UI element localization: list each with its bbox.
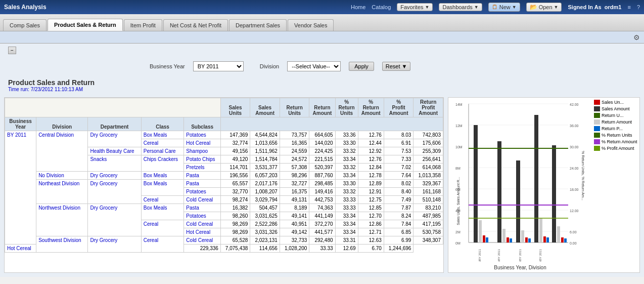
- tab-vendor-sales[interactable]: Vendor Sales: [288, 19, 334, 31]
- svg-text:6.00: 6.00: [570, 230, 577, 234]
- cell-v5: 33.33: [335, 204, 358, 212]
- svg-text:12.00: 12.00: [570, 209, 579, 213]
- nav-links: Home Catalog Favorites ▼ Dashboards ▼ 🗒 …: [351, 3, 640, 12]
- bar-central-return-units: [486, 237, 488, 242]
- cell-v4: 224,425: [309, 147, 335, 155]
- apply-button[interactable]: Apply: [349, 62, 374, 71]
- col-pct-profit: %ProfitAmount: [384, 98, 413, 117]
- cell-div-southwest: Southwest Division: [36, 236, 88, 253]
- nav-catalog[interactable]: Catalog: [372, 4, 391, 10]
- cell-v3: 8,189: [280, 204, 309, 212]
- toolbar-icon[interactable]: ⚙: [633, 33, 640, 42]
- legend-color-return-units: [594, 113, 600, 118]
- cell-v7: 8.24: [384, 212, 413, 220]
- cell-v8: 530,758: [413, 228, 443, 236]
- cell-class-boxmeals4: Box Meals: [141, 204, 184, 220]
- division-select[interactable]: --Select Value--: [287, 61, 341, 71]
- nav-favorites-btn[interactable]: Favorites ▼: [397, 3, 433, 11]
- table-row: Southwest Division Dry Grocery Cereal Co…: [5, 236, 443, 245]
- svg-text:30.00: 30.00: [570, 145, 579, 149]
- bar-ne-return-amount: [521, 230, 524, 242]
- tab-comp-sales[interactable]: Comp Sales: [3, 19, 47, 31]
- cell-v8: 1,244,696: [384, 245, 413, 253]
- bar-sw-return-amount: [557, 226, 560, 242]
- business-year-select[interactable]: BY 2011: [193, 61, 244, 71]
- cell-class-cereal1: Cereal: [141, 139, 184, 147]
- chart-title: Business Year, Division: [450, 265, 590, 270]
- cell-v5: 33.32: [335, 147, 358, 155]
- cell-v2: 2,017,176: [250, 180, 280, 188]
- cell-v6: 12.85: [358, 204, 384, 212]
- toolbar: ⚙: [0, 31, 644, 44]
- col-sales-units: SalesUnits: [220, 98, 250, 117]
- table-row: No Division Dry Grocery Box Meals Pasta …: [5, 172, 443, 180]
- cell-v1: 32,770: [220, 188, 250, 196]
- new-icon: 🗒: [492, 4, 498, 11]
- cell-v1: 114,701: [220, 164, 250, 172]
- bar-central-return-amount: [479, 220, 482, 242]
- bar-ne-sales-amount: [516, 160, 520, 242]
- signed-in-label: Signed In As ordm1: [568, 4, 621, 10]
- cell-v2: 1,511,962: [250, 147, 280, 155]
- cell-dept-dry2: Dry Grocery: [88, 172, 141, 180]
- list-icon[interactable]: ≡: [627, 4, 630, 10]
- tab-item-profit[interactable]: Item Profit: [124, 19, 162, 31]
- cell-dept-dry3: Dry Grocery: [88, 180, 141, 204]
- cell-v3: 32,727: [280, 180, 309, 188]
- col-return-profit: ReturnProfitAmount: [413, 98, 443, 117]
- legend-color-pct-profit: [594, 146, 600, 151]
- nav-open-btn[interactable]: 📂 Open ▼: [526, 3, 562, 12]
- cell-dept-dry5: Dry Grocery: [88, 236, 141, 253]
- tab-net-cost[interactable]: Net Cost & Net Profit: [163, 19, 228, 31]
- cell-v4: 1,028,200: [280, 245, 309, 253]
- nav-dashboards-btn[interactable]: Dashboards ▼: [439, 3, 482, 11]
- legend-color-sales-units: [594, 100, 600, 105]
- tab-dept-sales[interactable]: Department Sales: [229, 19, 287, 31]
- hdr-department: Department: [88, 117, 141, 131]
- bar-ne-sales-units: [525, 237, 528, 242]
- legend-pct-return-units: % Return Units: [594, 133, 637, 138]
- bar-nodiv-sales-amount: [497, 141, 501, 242]
- collapse-button[interactable]: −: [8, 47, 16, 54]
- cell-sub-pasta3: Pasta: [184, 204, 220, 212]
- hdr-division: Division: [36, 117, 88, 131]
- cell-v7: 7.87: [384, 204, 413, 212]
- cell-v5: 33.36: [335, 131, 358, 139]
- legend-label-pct-profit: % Profit Amount: [602, 146, 634, 151]
- svg-text:BY 2011: BY 2011: [539, 249, 542, 261]
- svg-text:0.00: 0.00: [570, 241, 577, 245]
- svg-text:36.00: 36.00: [570, 124, 579, 128]
- report-time: Time run: 7/23/2012 11:10:13 AM: [8, 87, 636, 92]
- cell-v5: 33.34: [335, 155, 358, 164]
- cell-v1: 98,269: [220, 228, 250, 236]
- cell-v8: 417,195: [413, 220, 443, 228]
- legend-sales-units: Sales Un...: [594, 100, 637, 105]
- cell-v2: 2,023,131: [250, 236, 280, 245]
- svg-text:% Return Units, % Return Am...: % Return Units, % Return Am...: [581, 151, 585, 200]
- cell-v2: 1,013,656: [250, 139, 280, 147]
- table-row: BY 2011 Central Division Dry Grocery Box…: [5, 131, 443, 139]
- legend-pct-return-amount: % Return Amount: [594, 139, 637, 144]
- reset-button[interactable]: Reset ▼: [382, 62, 411, 71]
- cell-v6: 12.63: [358, 236, 384, 245]
- svg-text:Northwest: Northwest: [539, 261, 542, 262]
- svg-text:18.00: 18.00: [570, 188, 579, 191]
- filters-area: Business Year BY 2011 Division --Select …: [0, 57, 644, 75]
- cell-v2: 3,531,377: [250, 164, 280, 172]
- cell-sub-coldcereal3: Cold Cereal: [184, 236, 220, 245]
- help-icon[interactable]: ?: [637, 4, 640, 10]
- tab-product-sales[interactable]: Product Sales & Return: [48, 19, 123, 31]
- legend-color-pct-return-units: [594, 133, 600, 138]
- cell-v5: 33.30: [335, 139, 358, 147]
- cell-sub-pretzels: Pretzels: [184, 164, 220, 172]
- cell-v2: 4,544,824: [250, 131, 280, 139]
- cell-v2: 3,031,625: [250, 212, 280, 220]
- nav-new-btn[interactable]: 🗒 New ▼: [488, 3, 520, 12]
- cell-sub-hotcereal3: Hot Cereal: [5, 245, 36, 253]
- cell-v1: 16,382: [220, 204, 250, 212]
- new-arrow-icon: ▼: [512, 5, 517, 10]
- cell-v7: 7.49: [384, 196, 413, 204]
- bar-central-sales-amount: [474, 125, 478, 242]
- cell-v2: 504,457: [250, 204, 280, 212]
- nav-home[interactable]: Home: [351, 4, 365, 10]
